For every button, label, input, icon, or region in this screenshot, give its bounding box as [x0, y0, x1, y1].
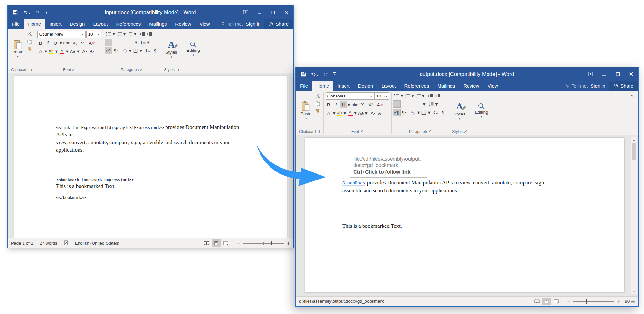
- web-layout-button[interactable]: [552, 298, 561, 305]
- minimize-button[interactable]: [597, 67, 611, 81]
- font-name-select[interactable]: Courier New▾: [37, 31, 86, 38]
- tab-home[interactable]: Home: [24, 19, 45, 29]
- change-case-button[interactable]: Aa: [69, 48, 76, 55]
- underline-dropdown-icon[interactable]: ▾: [60, 40, 62, 46]
- read-mode-button[interactable]: [202, 239, 211, 247]
- sign-in-link[interactable]: Sign in: [244, 19, 264, 29]
- shading-button[interactable]: [410, 109, 417, 116]
- undo-dropdown-icon[interactable]: ▾: [29, 12, 30, 15]
- bullet-list-button[interactable]: [105, 31, 112, 37]
- undo-button[interactable]: ▾: [23, 10, 30, 15]
- dialog-launcher-icon[interactable]: [317, 130, 320, 133]
- show-paragraph-marks-button[interactable]: ¶: [152, 47, 159, 54]
- font-size-select[interactable]: 10▾: [86, 31, 101, 38]
- sort-button[interactable]: AZ: [145, 47, 151, 54]
- language-indicator[interactable]: English (United States): [75, 241, 119, 245]
- superscript-button[interactable]: X²: [79, 40, 86, 46]
- word-count[interactable]: 27 words: [40, 241, 57, 245]
- sign-in-link[interactable]: Sign in: [589, 81, 609, 91]
- undo-dropdown-icon[interactable]: ▾: [317, 74, 318, 77]
- numbered-list-button[interactable]: 123: [404, 92, 411, 99]
- tab-review[interactable]: Review: [459, 81, 483, 91]
- font-color-button[interactable]: A: [59, 48, 65, 55]
- line-spacing-button[interactable]: [140, 39, 147, 46]
- proofing-icon[interactable]: [64, 240, 69, 246]
- zoom-out-button[interactable]: −: [237, 240, 240, 246]
- undo-button[interactable]: ▾: [311, 72, 318, 77]
- sort-button[interactable]: AZ: [433, 109, 440, 116]
- underline-dropdown-icon[interactable]: ▾: [348, 102, 350, 108]
- copy-button[interactable]: [27, 40, 32, 45]
- maximize-button[interactable]: [611, 67, 624, 81]
- tab-home[interactable]: Home: [312, 81, 333, 91]
- tab-references[interactable]: References: [112, 19, 145, 29]
- align-right-button[interactable]: [120, 39, 127, 46]
- web-layout-button[interactable]: [221, 239, 230, 247]
- zoom-slider-handle[interactable]: [271, 241, 272, 245]
- save-icon[interactable]: [301, 72, 306, 77]
- document-page[interactable]: <<link [uriExpression][displayTextExpres…: [14, 76, 287, 238]
- font-name-select[interactable]: Consolas▾: [326, 92, 374, 100]
- strikethrough-button[interactable]: abe: [63, 40, 71, 46]
- increase-indent-button[interactable]: [146, 31, 153, 37]
- close-button[interactable]: [279, 5, 293, 19]
- ltr-paragraph-button[interactable]: ▶¶: [105, 47, 112, 54]
- paste-dropdown-icon[interactable]: ▾: [17, 55, 19, 58]
- collapse-ribbon-icon[interactable]: [629, 92, 636, 98]
- scroll-down-icon[interactable]: ▼: [633, 289, 636, 294]
- print-layout-button[interactable]: [542, 298, 551, 305]
- zoom-slider[interactable]: [573, 301, 614, 302]
- styles-dropdown-icon[interactable]: ▾: [171, 55, 172, 59]
- borders-button[interactable]: [421, 109, 427, 116]
- format-painter-button[interactable]: [316, 109, 320, 115]
- italic-button[interactable]: I: [333, 101, 340, 108]
- tell-me-box[interactable]: Tell me.: [565, 81, 589, 91]
- customize-qat-icon[interactable]: ▾: [45, 11, 48, 14]
- close-button[interactable]: [624, 67, 638, 81]
- tab-mailings[interactable]: Mailings: [145, 19, 171, 29]
- rtl-paragraph-button[interactable]: ¶◀: [113, 47, 119, 54]
- italic-button[interactable]: I: [45, 40, 52, 46]
- tab-design[interactable]: Design: [354, 81, 377, 91]
- print-layout-button[interactable]: [212, 239, 221, 247]
- styles-button[interactable]: A Styles ▾: [451, 92, 468, 128]
- superscript-button[interactable]: X²: [367, 101, 374, 108]
- dialog-launcher-icon[interactable]: [29, 69, 32, 71]
- tell-me-box[interactable]: Tell me.: [220, 19, 244, 29]
- tab-view[interactable]: View: [483, 81, 502, 91]
- text-effects-button[interactable]: A: [37, 48, 44, 55]
- copy-button[interactable]: [316, 101, 320, 107]
- change-case-button[interactable]: Aa: [357, 110, 365, 116]
- tab-insert[interactable]: Insert: [45, 19, 66, 29]
- dialog-launcher-icon[interactable]: [140, 69, 143, 71]
- grow-font-button[interactable]: A: [81, 48, 88, 55]
- align-right-button[interactable]: [408, 101, 415, 107]
- font-size-select[interactable]: 10.5▾: [374, 92, 389, 100]
- clear-formatting-button[interactable]: A: [88, 40, 95, 46]
- bold-button[interactable]: B: [326, 101, 332, 108]
- editing-dropdown-icon[interactable]: ▾: [481, 115, 482, 118]
- styles-dropdown-icon[interactable]: ▾: [459, 117, 460, 120]
- shrink-font-button[interactable]: A: [377, 110, 384, 116]
- increase-indent-button[interactable]: [434, 92, 441, 99]
- cut-button[interactable]: [27, 32, 32, 38]
- bullet-list-button[interactable]: [393, 92, 400, 99]
- page-indicator[interactable]: Page 1 of 1: [11, 241, 33, 245]
- share-button[interactable]: Share: [264, 19, 293, 29]
- underline-button[interactable]: U: [52, 40, 59, 46]
- align-center-button[interactable]: [401, 101, 408, 107]
- subscript-button[interactable]: X₂: [360, 101, 366, 108]
- tab-mailings[interactable]: Mailings: [433, 81, 459, 91]
- paste-button[interactable]: Paste ▾: [298, 92, 314, 128]
- tab-file[interactable]: File: [296, 81, 312, 91]
- zoom-in-button[interactable]: +: [287, 240, 290, 246]
- zoom-out-button[interactable]: −: [567, 299, 570, 304]
- ltr-paragraph-button[interactable]: ▶¶: [393, 109, 400, 116]
- clear-formatting-button[interactable]: A: [376, 101, 384, 108]
- tab-references[interactable]: References: [400, 81, 433, 91]
- align-left-button[interactable]: [105, 39, 112, 46]
- subscript-button[interactable]: X₂: [71, 40, 78, 46]
- zoom-slider[interactable]: [243, 243, 284, 244]
- ribbon-display-options-icon[interactable]: [239, 5, 252, 19]
- dialog-launcher-icon[interactable]: [464, 130, 467, 133]
